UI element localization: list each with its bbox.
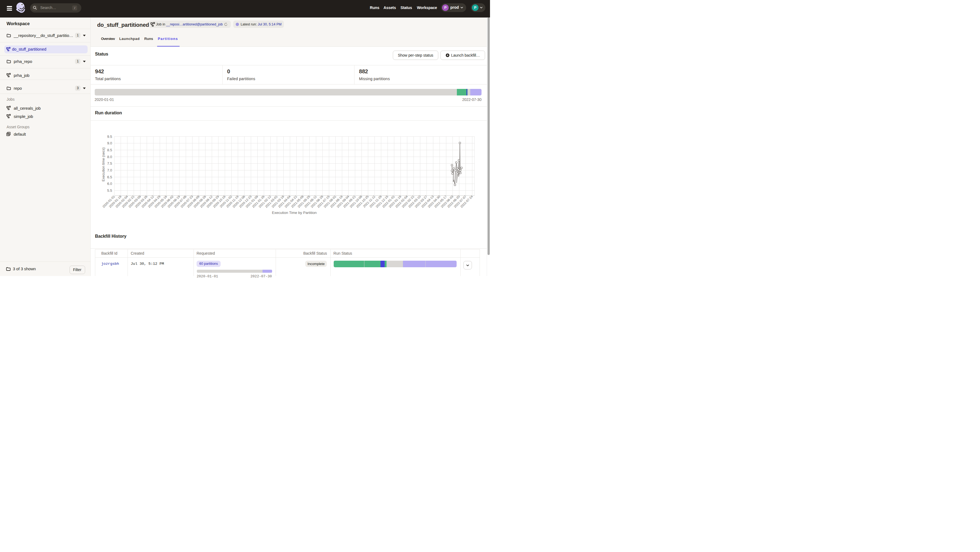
svg-text:8.5: 8.5 <box>107 148 112 152</box>
svg-text:7.5: 7.5 <box>107 162 112 165</box>
svg-text:Execution Time by Partition: Execution Time by Partition <box>272 211 317 215</box>
svg-text:9.0: 9.0 <box>107 141 112 145</box>
svg-text:7.0: 7.0 <box>107 168 112 172</box>
svg-text:8.0: 8.0 <box>107 155 112 159</box>
svg-text:6.5: 6.5 <box>107 175 112 179</box>
svg-text:5.5: 5.5 <box>107 189 112 193</box>
svg-text:6.0: 6.0 <box>107 182 112 186</box>
svg-text:9.5: 9.5 <box>107 135 112 139</box>
svg-text:Execution time (secs): Execution time (secs) <box>101 148 105 181</box>
